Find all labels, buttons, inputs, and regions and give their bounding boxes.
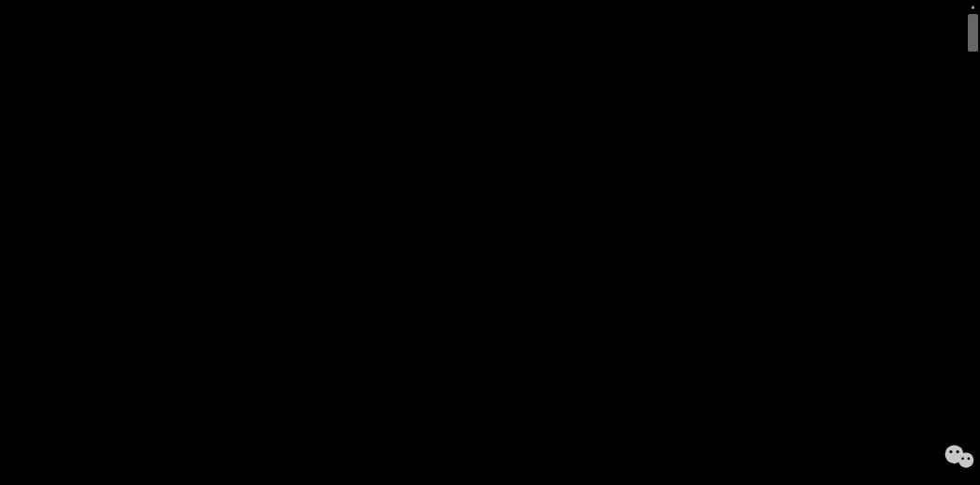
scrollbar-thumb[interactable] bbox=[968, 14, 978, 52]
terminal-output[interactable] bbox=[4, 58, 976, 485]
scroll-up-arrow[interactable]: ▴ bbox=[966, 0, 980, 14]
